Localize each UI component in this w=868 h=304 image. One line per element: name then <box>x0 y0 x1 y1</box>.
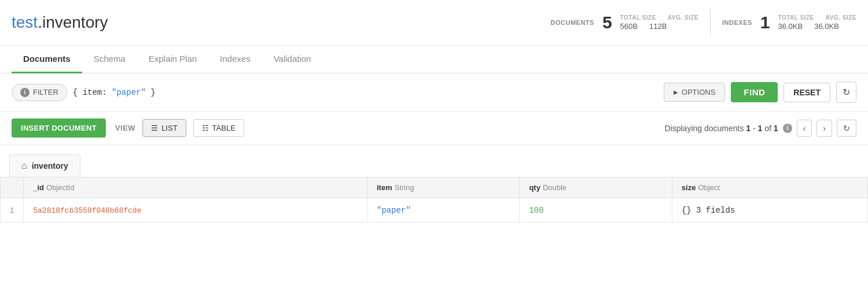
reload-button[interactable]: ↻ <box>837 120 856 137</box>
indexes-sizes: TOTAL SIZE AVG. SIZE 36.0KB 36.0KB <box>778 14 856 31</box>
find-button[interactable]: FIND <box>731 82 778 102</box>
table-header-row: _idObjectId itemString qtyDouble sizeObj… <box>1 177 868 198</box>
collection-title: test.inventory <box>12 13 108 32</box>
avg-size-label: AVG. SIZE <box>668 14 698 21</box>
tab-documents[interactable]: Documents <box>12 46 82 73</box>
col-item[interactable]: itemString <box>367 177 520 198</box>
indexes-count: 1 <box>760 13 770 32</box>
size-field-type: Object <box>698 183 720 192</box>
item-field-name: item <box>377 183 392 192</box>
idx-total-size-value: 36.0KB <box>778 22 803 31</box>
id-field-type: ObjectId <box>46 183 74 192</box>
filter-toolbar: i FILTER { item: "paper" } ▶ OPTIONS FIN… <box>0 73 868 112</box>
docs-total-size-row: TOTAL SIZE AVG. SIZE <box>620 14 698 21</box>
insert-document-button[interactable]: INSERT DOCUMENT <box>12 118 106 138</box>
tab-schema[interactable]: Schema <box>82 46 137 73</box>
total-count: 1 <box>774 124 778 133</box>
refresh-button[interactable]: ↻ <box>836 81 856 103</box>
documents-label: DOCUMENTS <box>551 19 594 26</box>
options-arrow-icon: ▶ <box>674 89 678 95</box>
tabs-bar: Documents Schema Explain Plan Indexes Va… <box>0 46 868 73</box>
action-bar: INSERT DOCUMENT VIEW ☰ LIST ☷ TABLE Disp… <box>0 112 868 145</box>
prev-page-button[interactable]: ‹ <box>797 120 812 137</box>
filter-expression[interactable]: { item: "paper" } <box>73 88 658 97</box>
range-start: 1 <box>746 124 751 133</box>
qty-field-type: Double <box>543 183 567 192</box>
tab-indexes[interactable]: Indexes <box>208 46 262 73</box>
documents-stat: DOCUMENTS 5 TOTAL SIZE AVG. SIZE 560B 11… <box>551 13 699 32</box>
table-view-label: TABLE <box>212 124 236 132</box>
options-button[interactable]: ▶ OPTIONS <box>664 83 726 102</box>
docs-avg-size-value: 112B <box>649 22 667 31</box>
table-view-button[interactable]: ☷ TABLE <box>193 119 244 137</box>
filter-button[interactable]: i FILTER <box>12 84 67 101</box>
row-number: 1 <box>1 198 24 223</box>
qty-field-name: qty <box>529 183 540 192</box>
docs-size-values: 560B 112B <box>620 22 667 31</box>
qty-value: 100 <box>529 206 543 215</box>
range-end: 1 <box>758 124 763 133</box>
pagination-text: Displaying documents 1 - 1 of 1 <box>664 124 778 133</box>
indexes-label: INDEXES <box>722 19 752 26</box>
filter-info-icon: i <box>20 88 30 97</box>
idx-avg-size-value: 36.0KB <box>814 22 839 31</box>
idx-avg-size-label: AVG. SIZE <box>826 14 856 21</box>
pagination-info-icon[interactable]: i <box>783 124 792 133</box>
tab-validation[interactable]: Validation <box>262 46 323 73</box>
docs-total-size-value: 560B <box>620 22 638 31</box>
item-field-type: String <box>395 183 414 192</box>
options-label: OPTIONS <box>682 88 716 97</box>
id-field-name: _id <box>33 183 44 192</box>
list-view-label: LIST <box>161 124 177 132</box>
table-icon: ☷ <box>202 124 209 132</box>
title-suffix: inventory <box>42 13 108 31</box>
idx-size-values: 36.0KB 36.0KB <box>778 22 839 31</box>
cell-qty[interactable]: 100 <box>520 198 672 223</box>
total-size-label: TOTAL SIZE <box>620 14 656 21</box>
list-icon: ☰ <box>151 124 158 132</box>
size-value: {} 3 fields <box>682 206 735 215</box>
tab-explain-plan[interactable]: Explain Plan <box>137 46 208 73</box>
idx-total-size-label: TOTAL SIZE <box>778 14 814 21</box>
documents-count: 5 <box>602 13 612 32</box>
col-rownum <box>1 177 24 198</box>
idx-label-row: TOTAL SIZE AVG. SIZE <box>778 14 856 21</box>
stats-group: DOCUMENTS 5 TOTAL SIZE AVG. SIZE 560B 11… <box>551 8 856 37</box>
filter-label: FILTER <box>33 88 58 97</box>
id-value: 5a2818fcb3559f048b68fcde <box>33 206 141 215</box>
home-icon: ⌂ <box>21 161 27 171</box>
view-label: VIEW <box>115 124 135 132</box>
col-id[interactable]: _idObjectId <box>24 177 367 198</box>
cell-id[interactable]: 5a2818fcb3559f048b68fcde <box>24 198 367 223</box>
item-value: "paper" <box>377 206 411 215</box>
cell-item[interactable]: "paper" <box>367 198 520 223</box>
cell-size[interactable]: {} 3 fields <box>672 198 867 223</box>
reset-button[interactable]: RESET <box>784 83 830 102</box>
header: test.inventory DOCUMENTS 5 TOTAL SIZE AV… <box>0 0 868 46</box>
title-prefix: test <box>12 13 38 31</box>
stat-divider <box>710 8 711 37</box>
size-field-name: size <box>682 183 696 192</box>
list-view-button[interactable]: ☰ LIST <box>142 119 186 137</box>
filter-string-value: "paper" <box>112 88 146 97</box>
next-page-button[interactable]: › <box>816 120 832 137</box>
collection-tab: ⌂ inventory <box>9 154 80 177</box>
documents-table: _idObjectId itemString qtyDouble sizeObj… <box>0 177 868 223</box>
table-section: ⌂ inventory _idObjectId itemString qtyDo… <box>0 145 868 223</box>
table-row: 1 5a2818fcb3559f048b68fcde "paper" 100 {… <box>1 198 868 223</box>
col-qty[interactable]: qtyDouble <box>520 177 672 198</box>
pagination-info: Displaying documents 1 - 1 of 1 i ‹ › ↻ <box>664 120 856 137</box>
title-separator: . <box>38 13 42 31</box>
collection-name: inventory <box>32 161 68 170</box>
indexes-stat: INDEXES 1 TOTAL SIZE AVG. SIZE 36.0KB 36… <box>722 13 856 32</box>
col-size[interactable]: sizeObject <box>672 177 867 198</box>
documents-sizes: TOTAL SIZE AVG. SIZE 560B 112B <box>620 14 698 31</box>
